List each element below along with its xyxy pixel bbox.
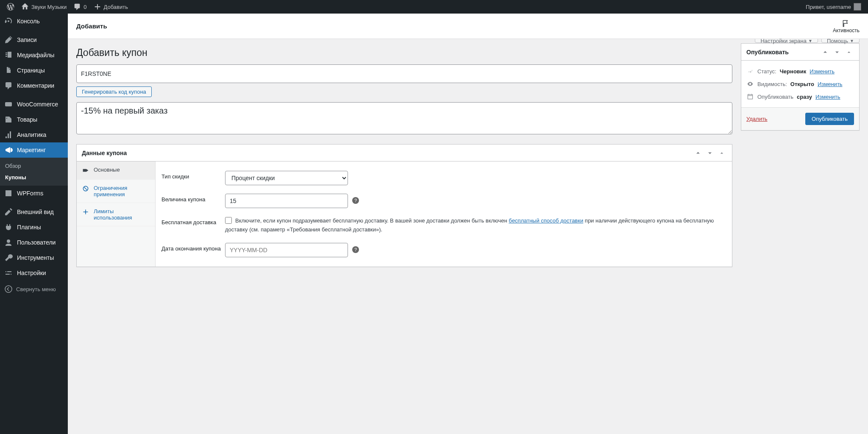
dashboard-icon: [4, 17, 13, 25]
schedule-row: Опубликовать сразу Изменить: [746, 90, 854, 103]
marketing-icon: [4, 146, 13, 154]
delete-link[interactable]: Удалить: [746, 116, 768, 122]
help-tip[interactable]: ?: [352, 246, 359, 253]
expiry-label: Дата окончания купона: [161, 243, 225, 252]
sidebar-item-users[interactable]: Пользователи: [0, 235, 68, 250]
sidebar-item-media[interactable]: Медиафайлы: [0, 47, 68, 63]
sidebar-label: Комментарии: [17, 82, 54, 89]
coupon-description-input[interactable]: -15% на первый заказ: [76, 102, 732, 134]
wp-logo[interactable]: [3, 0, 18, 14]
visibility-row: Видимость: Открыто Изменить: [746, 78, 854, 90]
title-bar: Добавить Активность: [68, 14, 868, 39]
sidebar-item-appearance[interactable]: Внешний вид: [0, 204, 68, 220]
users-icon: [4, 238, 13, 247]
screen-options-tab[interactable]: Настройки экрана▼: [755, 39, 818, 43]
media-icon: [4, 51, 13, 59]
sidebar-item-settings[interactable]: Настройки: [0, 265, 68, 281]
move-down-button[interactable]: [832, 47, 842, 57]
move-down-button[interactable]: [705, 148, 715, 158]
sidebar-item-products[interactable]: Товары: [0, 112, 68, 127]
coupon-tab-general[interactable]: Основные: [77, 161, 155, 180]
toggle-button[interactable]: [717, 148, 727, 158]
toggle-button[interactable]: [844, 47, 854, 57]
tools-icon: [4, 253, 13, 262]
free-shipping-link[interactable]: бесплатный способ доставки: [509, 217, 583, 224]
free-shipping-label: Бесплатная доставка: [161, 217, 225, 225]
comment-icon: [73, 3, 81, 11]
sidebar-item-wpforms[interactable]: WPForms: [0, 186, 68, 201]
sidebar-item-tools[interactable]: Инструменты: [0, 250, 68, 265]
svg-point-1: [5, 286, 12, 292]
sidebar-label: Внешний вид: [17, 209, 54, 215]
tab-label: Основные: [94, 167, 120, 173]
analytics-icon: [4, 131, 13, 139]
sidebar-item-marketing[interactable]: Маркетинг: [0, 142, 68, 158]
schedule-value: сразу: [797, 94, 812, 100]
help-tip[interactable]: ?: [352, 197, 359, 204]
chevron-down-icon: [834, 49, 840, 56]
visibility-value: Открыто: [790, 81, 814, 87]
coupon-tab-restriction[interactable]: Ограничения применения: [77, 180, 155, 203]
sidebar-label: Настройки: [17, 270, 46, 276]
site-name[interactable]: Звуки Музыки: [18, 0, 70, 14]
coupon-data-box: Данные купона Основные Ограничения приме…: [76, 144, 732, 267]
activity-button[interactable]: Активность: [833, 19, 860, 33]
sidebar-item-pages[interactable]: Страницы: [0, 63, 68, 78]
sidebar-label: Инструменты: [17, 254, 54, 261]
sidebar-item-analytics[interactable]: Аналитика: [0, 127, 68, 142]
woocommerce-icon: [4, 100, 13, 108]
appearance-icon: [4, 208, 13, 216]
move-up-button[interactable]: [820, 47, 830, 57]
site-name-label: Звуки Музыки: [31, 4, 67, 10]
move-up-button[interactable]: [693, 148, 703, 158]
amount-input[interactable]: [225, 194, 348, 208]
comments-icon: [4, 81, 13, 90]
chevron-up-icon: [695, 150, 701, 156]
help-tab[interactable]: Помощь▼: [821, 39, 860, 43]
activity-label: Активность: [833, 28, 860, 33]
add-new[interactable]: Добавить: [90, 0, 131, 14]
sidebar-label: Товары: [17, 116, 37, 123]
plus-icon: [94, 3, 101, 11]
caret-up-icon: [718, 150, 725, 156]
sidebar-sub-overview[interactable]: Обзор: [0, 160, 68, 172]
sidebar-label: Плагины: [17, 224, 41, 231]
screen-options-label: Настройки экрана: [760, 38, 807, 44]
svg-point-3: [85, 211, 86, 212]
schedule-edit-link[interactable]: Изменить: [815, 94, 840, 100]
publish-actions: Удалить Опубликовать: [741, 107, 859, 130]
howdy[interactable]: Привет, username: [802, 0, 865, 14]
coupon-data-title: Данные купона: [82, 150, 127, 156]
visibility-edit-link[interactable]: Изменить: [818, 81, 843, 87]
sidebar-label: WPForms: [17, 190, 43, 197]
avatar: [854, 3, 861, 11]
status-edit-link[interactable]: Изменить: [810, 68, 835, 75]
sidebar-item-dashboard[interactable]: Консоль: [0, 14, 68, 29]
restriction-icon: [82, 185, 89, 192]
sidebar-item-comments[interactable]: Комментарии: [0, 78, 68, 93]
calendar-icon: [746, 93, 754, 100]
sidebar-item-plugins[interactable]: Плагины: [0, 220, 68, 235]
schedule-label: Опубликовать: [757, 94, 793, 100]
eye-icon: [746, 80, 754, 88]
sidebar-item-woocommerce[interactable]: WooCommerce: [0, 97, 68, 112]
comments-link[interactable]: 0: [70, 0, 90, 14]
coupon-code-input[interactable]: [76, 64, 732, 83]
publish-button[interactable]: Опубликовать: [805, 113, 854, 125]
sidebar-sub-coupons[interactable]: Купоны: [0, 172, 68, 183]
comments-count: 0: [83, 4, 86, 10]
generate-code-button[interactable]: Генерировать код купона: [76, 86, 152, 97]
plugins-icon: [4, 223, 13, 231]
flag-icon: [842, 19, 850, 28]
sidebar-collapse-label: Свернуть меню: [16, 286, 56, 292]
expiry-input[interactable]: [225, 243, 348, 257]
free-shipping-checkbox[interactable]: [225, 217, 232, 224]
sidebar-label: Записи: [17, 36, 36, 43]
sidebar-item-posts[interactable]: Записи: [0, 32, 68, 47]
caret-down-icon: ▼: [850, 39, 854, 43]
coupon-tab-limits[interactable]: Лимиты использования: [77, 203, 155, 226]
sidebar-collapse[interactable]: Свернуть меню: [0, 281, 68, 298]
discount-type-select[interactable]: Процент скидки: [225, 171, 348, 185]
publish-title: Опубликовать: [746, 49, 789, 56]
page-heading: Добавить купон: [76, 43, 732, 64]
